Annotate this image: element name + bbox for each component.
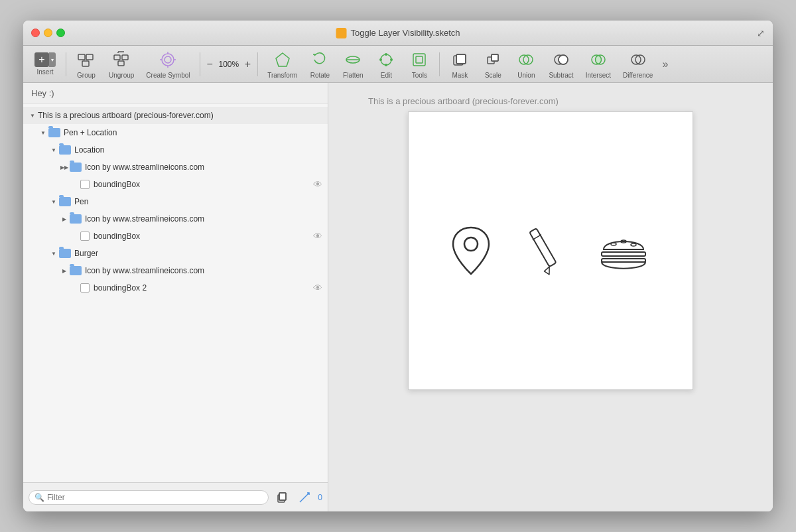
difference-button[interactable]: Difference xyxy=(618,46,658,82)
svg-rect-4 xyxy=(122,55,128,60)
transform-button[interactable]: Transform xyxy=(262,46,302,82)
bounding-box2-checkbox[interactable] xyxy=(80,283,90,293)
mask-button[interactable]: Mask xyxy=(444,46,476,82)
svg-rect-3 xyxy=(114,55,120,60)
layer-item[interactable]: Location xyxy=(23,141,328,159)
scale-button[interactable]: Scale xyxy=(477,46,509,82)
layer-item[interactable]: Pen xyxy=(23,193,328,210)
pen-collapse-icon[interactable] xyxy=(50,198,58,206)
zoom-out-button[interactable]: − xyxy=(204,57,216,72)
artboard-collapse-icon[interactable] xyxy=(29,111,36,119)
bounding-box-pen-name: boundingBox xyxy=(94,232,313,241)
visibility-icon[interactable]: 👁 xyxy=(313,179,322,190)
folder-icon xyxy=(70,266,82,275)
more-tools-button[interactable]: » xyxy=(659,56,671,73)
svg-point-8 xyxy=(162,54,174,66)
filter-input[interactable] xyxy=(47,493,263,502)
artboard-row[interactable]: This is a precious artboard (precious-fo… xyxy=(23,107,328,124)
rotate-icon xyxy=(309,49,330,70)
group-icon xyxy=(76,49,97,70)
union-button[interactable]: Union xyxy=(510,46,542,82)
zoom-value[interactable]: 100% xyxy=(217,60,241,69)
folder-icon xyxy=(59,145,71,155)
main-area: Hey :) This is a precious artboard (prec… xyxy=(23,83,773,511)
ungroup-button[interactable]: Ungroup xyxy=(103,46,139,82)
ungroup-label: Ungroup xyxy=(109,72,134,79)
close-button[interactable] xyxy=(31,29,40,37)
transform-label: Transform xyxy=(267,72,297,79)
layer-item[interactable]: ▶ Icon by www.streamlineicons.com xyxy=(23,262,328,279)
layer-item[interactable]: boundingBox 👁 xyxy=(23,176,328,193)
folder-icon xyxy=(70,163,82,172)
flatten-button[interactable]: Flatten xyxy=(337,46,369,82)
svg-point-21 xyxy=(379,58,382,61)
copy-layers-button[interactable] xyxy=(273,488,291,507)
location-collapse-icon[interactable] xyxy=(50,146,58,154)
insert-button[interactable]: + ▾ Insert xyxy=(29,50,62,78)
insert-label: Insert xyxy=(36,68,53,76)
icon-pen-name: Icon by www.streamlineicons.com xyxy=(85,214,322,224)
svg-rect-2 xyxy=(82,61,89,66)
union-icon xyxy=(515,49,537,70)
visibility-burger-icon[interactable]: 👁 xyxy=(313,283,322,293)
folder-icon xyxy=(59,197,71,206)
folder-icon xyxy=(70,214,82,224)
filter-input-wrap: 🔍 xyxy=(29,490,269,505)
traffic-lights xyxy=(31,29,65,37)
difference-icon xyxy=(628,49,649,70)
canvas-area[interactable]: This is a precious artboard (precious-fo… xyxy=(328,83,773,511)
ungroup-icon xyxy=(111,49,132,70)
edit-button[interactable]: Edit xyxy=(370,46,402,82)
edit-layers-button[interactable] xyxy=(295,488,314,507)
scale-icon xyxy=(482,49,503,70)
visibility-pen-icon[interactable]: 👁 xyxy=(313,231,322,241)
mask-icon xyxy=(449,49,470,70)
svg-rect-48 xyxy=(602,252,645,256)
svg-rect-5 xyxy=(118,61,124,66)
svg-point-9 xyxy=(165,56,171,63)
layer-item[interactable]: ▶ Icon by www.streamlineicons.com xyxy=(23,210,328,228)
sketch-icon xyxy=(336,28,347,38)
subtract-label: Subtract xyxy=(549,72,573,79)
group-button[interactable]: Group xyxy=(70,46,102,82)
sidebar-header: Hey :) xyxy=(23,83,328,104)
maximize-button[interactable] xyxy=(56,29,65,37)
expand-button[interactable]: ⤢ xyxy=(757,28,765,38)
layer-item[interactable]: boundingBox 2 👁 xyxy=(23,279,328,297)
layer-item[interactable]: Pen + Location xyxy=(23,124,328,141)
tools-button[interactable]: Tools xyxy=(403,46,435,82)
icon-pen-collapse-icon[interactable]: ▶ xyxy=(60,215,68,223)
layer-item[interactable]: Burger xyxy=(23,245,328,262)
svg-rect-25 xyxy=(456,54,466,64)
pen-location-collapse-icon[interactable] xyxy=(39,129,47,137)
svg-point-17 xyxy=(381,54,391,65)
svg-rect-28 xyxy=(492,54,498,61)
create-symbol-button[interactable]: Create Symbol xyxy=(141,46,195,82)
intersect-button[interactable]: Intersect xyxy=(580,46,616,82)
svg-marker-45 xyxy=(544,267,553,276)
insert-dropdown-arrow[interactable]: ▾ xyxy=(49,52,56,67)
svg-point-43 xyxy=(464,237,478,251)
layer-item[interactable]: boundingBox 👁 xyxy=(23,228,328,245)
svg-point-18 xyxy=(385,53,387,56)
intersect-label: Intersect xyxy=(586,72,611,79)
rotate-button[interactable]: Rotate xyxy=(304,46,336,82)
layer-item[interactable]: ▶ Icon by www.streamlineicons.com xyxy=(23,159,328,176)
sidebar: Hey :) This is a precious artboard (prec… xyxy=(23,83,328,511)
toolbar: + ▾ Insert Group xyxy=(23,46,773,83)
location-icon-canvas xyxy=(448,221,494,281)
create-symbol-label: Create Symbol xyxy=(146,72,190,79)
bounding-box-pen-checkbox[interactable] xyxy=(80,232,90,241)
bounding-box-checkbox[interactable] xyxy=(80,180,90,189)
artboard-canvas-label: This is a precious artboard (precious-fo… xyxy=(368,96,559,106)
artboard-name: This is a precious artboard (precious-fo… xyxy=(38,111,322,120)
burger-collapse-icon[interactable] xyxy=(50,249,58,257)
icon-burger-collapse-icon[interactable]: ▶ xyxy=(60,267,68,275)
svg-rect-0 xyxy=(78,54,85,60)
zoom-in-button[interactable]: + xyxy=(242,57,253,72)
subtract-button[interactable]: Subtract xyxy=(543,46,578,82)
icon-collapse-icon[interactable]: ▶ xyxy=(60,163,68,171)
toolbar-divider-1 xyxy=(66,52,66,76)
toolbar-divider-4 xyxy=(439,52,440,76)
minimize-button[interactable] xyxy=(44,29,52,37)
